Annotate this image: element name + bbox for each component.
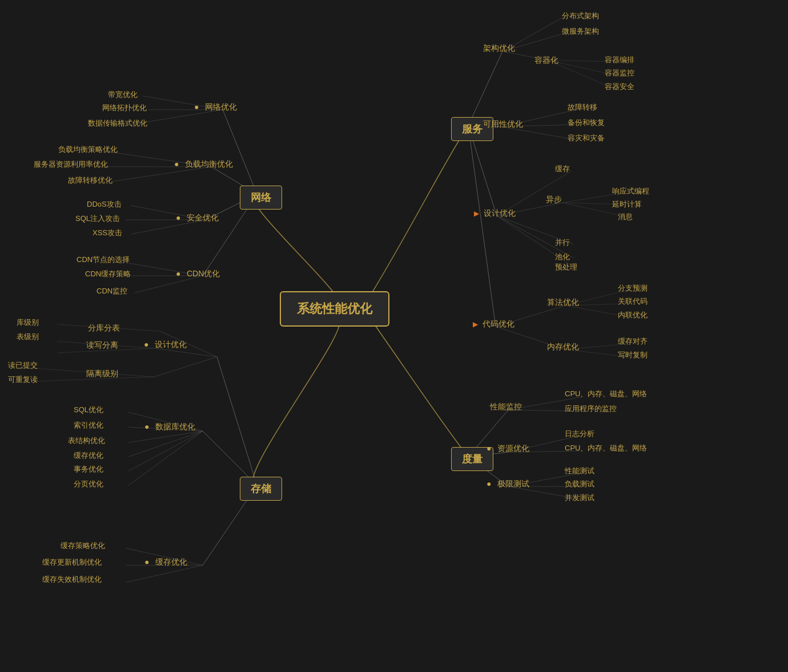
node-wangluo-youhua: ● 网络优化 [194,102,240,112]
svg-line-16 [468,51,502,126]
node-yibu: 异步 [542,194,565,205]
node-neicun: 内存优化 [544,341,582,352]
leaf-sql-inject: SQL注入攻击 [73,213,122,224]
node-fuzai: ● 负载均衡优化 [174,159,236,170]
leaf-kuanyu: 带宽优化 [106,89,140,100]
center-node: 系统性能优化 [280,291,389,327]
leaf-rongqi-bianpai: 容器编排 [602,54,637,65]
svg-line-73 [126,565,203,582]
node-sheji-fuwu: ▶设计优化 [474,208,519,219]
leaf-cpu-jiankong: CPU、内存、磁盘、网络 [562,388,649,399]
svg-line-54 [217,357,257,485]
leaf-xieshi-fuzhi: 写时复制 [616,349,650,360]
wangluo-label: 网络 [240,186,282,210]
leaf-wangluo-tuopu: 网络拓扑优化 [100,102,149,113]
leaf-fenye: 分页优化 [71,478,106,489]
node-gelijibie: 隔离级别 [83,368,122,379]
leaf-guzhang-zhuanyi2: 故障转移 [565,102,600,112]
center-label: 系统性能优化 [280,291,389,327]
node-jixian: ● 极限测试 [487,478,533,489]
node-sheji-cunchu: ● 设计优化 [144,339,190,350]
leaf-shuju-geshi: 数据传输格式优化 [86,118,150,128]
node-daima: ▶代码优化 [473,319,518,329]
leaf-kezhongfudu: 可重复读 [6,374,40,385]
leaf-sql-youhua: SQL优化 [71,404,106,415]
svg-line-59 [154,357,217,377]
leaf-fenbushi: 分布式架构 [560,10,601,21]
leaf-fuzai-cs: 负载测试 [562,478,597,489]
svg-line-0 [223,110,257,194]
leaf-suoyin: 索引优化 [71,420,106,430]
node-fenkufenbiao: 分库分表 [85,323,123,333]
leaf-ddos: DDoS攻击 [85,199,124,210]
node-keyongxing: 可用性优化 [480,119,526,130]
node-ziyuan: ● 资源优化 [487,443,533,454]
leaf-rongqi-jiankong: 容器监控 [602,67,637,78]
node-xingnengjk: 性能监控 [487,401,525,412]
leaf-huancun-shixiao: 缓存失效机制优化 [40,574,104,585]
svg-line-68 [128,431,203,457]
leaf-kujibue: 库级别 [14,317,41,328]
leaf-neilian: 内联优化 [616,309,650,320]
leaf-xiangying: 响应式编程 [610,186,652,196]
leaf-yuchuli: 预处理 [553,261,580,272]
node-wangluo: 网络 [240,186,282,210]
leaf-shiwu: 事务优化 [71,464,106,474]
leaf-biaojibue: 表级别 [14,331,41,342]
svg-line-69 [128,431,203,471]
leaf-bingfa-cs: 并发测试 [562,492,597,503]
leaf-backup: 备份和恢复 [565,117,607,128]
svg-line-19 [468,126,496,327]
leaf-guzhang-zhuanyi: 故障转移优化 [66,175,115,186]
leaf-cpu-ziyuan: CPU、内存、磁盘、网络 [562,442,649,453]
node-shujuku: ● 数据库优化 [144,421,199,432]
leaf-fenzhiyuce: 分支预测 [616,283,650,293]
leaf-duyitijiao: 读已提交 [6,360,40,371]
svg-line-67 [128,431,203,442]
svg-line-70 [128,431,203,485]
node-cdn: ● CDN优化 [176,268,223,279]
node-anquan: ● 安全优化 [176,212,222,223]
node-huancun-cunchu: ● 缓存优化 [144,557,191,568]
leaf-fuzai-celue: 负载均衡策略优化 [56,144,120,155]
leaf-huancun-celue: 缓存策略优化 [58,540,107,551]
leaf-huancun-db: 缓存优化 [71,450,106,461]
node-suanfa: 算法优化 [544,297,582,308]
leaf-xiaoxi: 消息 [616,211,635,222]
leaf-xingneng-cs: 性能测试 [562,465,597,476]
leaf-cdn-huancun: CDN缓存策略 [83,268,133,279]
leaf-bingxing: 并行 [553,237,572,248]
leaf-chihua: 池化 [553,251,572,262]
leaf-weifuwu: 微服务架构 [560,26,601,37]
node-rongqi: 容器化 [531,55,562,66]
node-duxiefenli: 读写分离 [83,340,122,351]
node-cunchu: 存储 [240,477,282,501]
leaf-rizhi: 日志分析 [562,428,597,439]
leaf-yingyong-jk: 应用程序的监控 [562,403,619,414]
leaf-huancun-duiqi: 缓存对齐 [616,336,650,347]
leaf-biaojiegou: 表结构优化 [66,435,107,446]
leaf-huancun-gengxin: 缓存更新机制优化 [40,557,104,568]
leaf-rongqi-anquan: 容器安全 [602,81,637,92]
cunchu-label: 存储 [240,477,282,501]
leaf-xss: XSS攻击 [90,227,124,238]
leaf-huancun-fuwu: 缓存 [553,163,572,174]
leaf-cdn-jiankong: CDN监控 [94,285,130,296]
leaf-yanshi: 延时计算 [610,199,644,210]
node-jiagou: 架构优化 [480,43,518,54]
leaf-rongling: 容灾和灾备 [565,132,607,143]
leaf-guanlian: 关联代码 [616,296,650,307]
leaf-fuwuqi-ziyuan: 服务器资源利用率优化 [31,159,110,170]
leaf-cdn-jiedian: CDN节点的选择 [74,254,132,265]
